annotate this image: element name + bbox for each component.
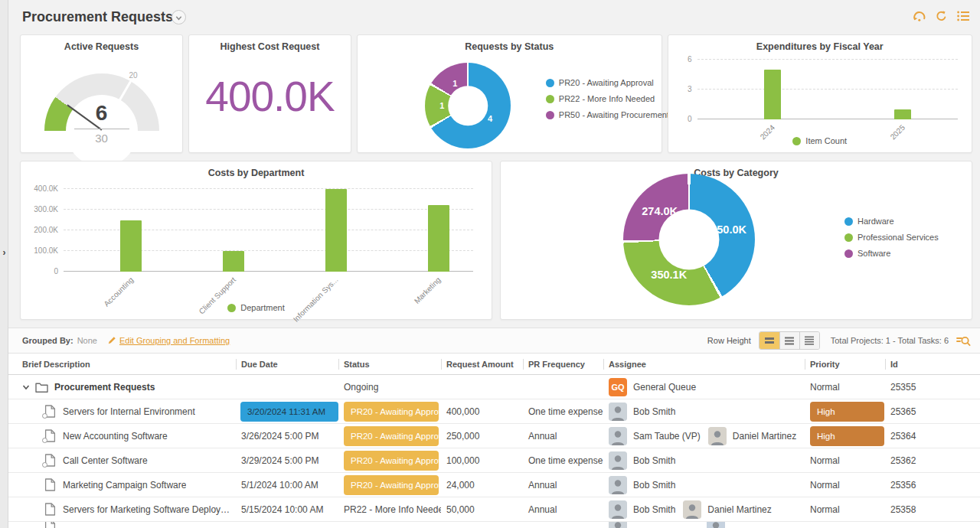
row-height-medium-button[interactable] [779, 332, 799, 349]
list-menu-icon[interactable] [957, 11, 969, 21]
task-name[interactable]: Servers for Internal Environment [63, 406, 195, 417]
search-list-icon[interactable] [956, 335, 971, 347]
column-header-assignee[interactable]: Assignee [603, 354, 805, 374]
cell-amount: 24,000 [441, 473, 523, 497]
cell-status: Ongoing [338, 375, 441, 399]
column-header-id[interactable]: Id [885, 354, 980, 374]
cell-due: 3/29/2024 5:00 PM [236, 448, 338, 472]
cell-due [236, 375, 338, 399]
avatar-photo [609, 451, 627, 470]
card-costs-by-department: Costs by Department 0100.0K200.0K300.0K4… [20, 161, 492, 320]
legend-label: Hardware [858, 217, 894, 226]
cell-assignee: Bob Smith [603, 473, 805, 497]
legend-label: PR20 - Awaiting Approval [559, 78, 654, 87]
refresh-icon[interactable] [936, 10, 947, 22]
cell-due [236, 522, 338, 528]
chart-legend: Item Count [668, 136, 972, 145]
column-header-priority[interactable]: Priority [805, 354, 885, 374]
legend-item: PR20 - Awaiting Approval [546, 78, 669, 87]
cell-assignee: GQGeneral Queue [603, 375, 805, 399]
cell-due: 5/1/2024 10:00 AM [236, 473, 338, 497]
column-header-brief-description[interactable]: Brief Description [8, 354, 236, 374]
donut-chart: 450.0K350.1K274.0K [623, 174, 755, 305]
column-header-due-date[interactable]: Due Date [236, 354, 338, 374]
assignee-name: Bob Smith [633, 504, 675, 515]
y-axis-tick: 3 [678, 85, 692, 93]
bar-chart: 03620242025 [697, 60, 959, 119]
history-icon[interactable] [913, 10, 926, 22]
group-row[interactable]: Procurement RequestsOngoingGQGeneral Que… [8, 375, 980, 399]
assignee-name: Bob Smith [633, 480, 675, 491]
legend-item: PR22 - More Info Needed [546, 94, 669, 103]
avatar-photo [708, 427, 727, 445]
column-header-status[interactable]: Status [338, 354, 441, 374]
bar-Accounting [120, 220, 142, 272]
page-title: Procurement Requests [22, 9, 173, 25]
cell-assignee [603, 522, 805, 528]
cell-freq: Annual [523, 497, 603, 521]
legend-dot [546, 111, 554, 119]
priority-badge: High [810, 426, 884, 446]
cell-amount: 100,000 [441, 448, 523, 472]
assignee-name: Daniel Martinez [733, 431, 796, 442]
bar-2025 [894, 109, 911, 119]
bar-Information Sys... [325, 189, 347, 272]
row-height-small-button[interactable] [799, 332, 819, 349]
priority-badge: High [810, 402, 884, 422]
task-document-icon [44, 522, 56, 528]
cell-brief: Marketing Campaign Software [8, 473, 236, 497]
cell-priority: Normal [805, 375, 885, 399]
y-axis-tick: 0 [25, 267, 58, 275]
task-name[interactable]: Servers for Marketing Software Deploymen… [63, 504, 236, 515]
assignee-name: Sam Taube (VP) [633, 431, 701, 442]
column-header-request-amount[interactable]: Request Amount [441, 354, 523, 374]
avatar-photo [609, 500, 627, 519]
table-row[interactable]: Call Center Software3/29/2024 5:00 PMPR2… [8, 448, 980, 473]
table-row[interactable]: Servers for Marketing Software Deploymen… [8, 497, 980, 522]
cell-brief: Call Center Software [8, 448, 236, 472]
group-name: Procurement Requests [54, 382, 155, 393]
cell-id: 25355 [885, 375, 980, 399]
y-axis-tick: 6 [678, 55, 692, 64]
donut-slice-label: 1 [452, 79, 457, 88]
cell-id: 25358 [885, 497, 980, 521]
legend-label: Software [858, 249, 890, 258]
table-row-partial[interactable] [8, 522, 980, 528]
sidebar-expand-handle[interactable]: › [0, 245, 8, 260]
legend-dot [844, 249, 853, 258]
row-height-label: Row Height [707, 336, 751, 345]
task-name[interactable]: New Accounting Software [63, 431, 168, 442]
cell-status [338, 522, 441, 528]
y-axis-tick: 300.0K [25, 205, 58, 213]
table-row[interactable]: Marketing Campaign Software5/1/2024 10:0… [8, 473, 980, 497]
cell-brief: Procurement Requests [8, 375, 236, 399]
edit-grouping-link[interactable]: Edit Grouping and Formatting [108, 336, 230, 346]
title-menu-button[interactable] [172, 10, 186, 24]
y-axis-tick: 0 [678, 115, 692, 123]
cell-assignee: Bob Smith [603, 448, 805, 472]
legend-label: PR22 - More Info Needed [559, 94, 655, 103]
cell-priority: Normal [805, 448, 885, 472]
assignee-name: General Queue [633, 382, 696, 393]
collapse-caret-icon[interactable] [22, 383, 30, 391]
legend-item: PR50 - Awaiting Procurement [546, 110, 669, 119]
chevron-down-icon [175, 11, 182, 24]
chart-legend: HardwareProfessional ServicesSoftware [844, 217, 939, 258]
legend-item: Professional Services [844, 233, 939, 242]
table-body: Procurement RequestsOngoingGQGeneral Que… [8, 375, 980, 528]
cell-amount: 50,000 [441, 497, 523, 521]
avatar-photo [609, 403, 627, 421]
cell-brief: Servers for Internal Environment [8, 399, 236, 423]
cell-freq [523, 375, 603, 399]
y-axis-tick: 400.0K [25, 184, 58, 193]
cell-status: PR20 - Awaiting Approval [338, 473, 441, 497]
task-name[interactable]: Call Center Software [63, 455, 148, 466]
column-header-pr-frequency[interactable]: PR Frequency [523, 354, 603, 374]
card-expenditures-by-fiscal-year: Expenditures by Fiscal Year 03620242025 … [668, 34, 973, 153]
task-document-icon [44, 405, 56, 418]
card-title: Active Requests [21, 41, 182, 52]
table-row[interactable]: Servers for Internal Environment3/20/202… [8, 399, 980, 424]
task-name[interactable]: Marketing Campaign Software [63, 480, 186, 491]
row-height-large-button[interactable] [760, 332, 779, 349]
table-row[interactable]: New Accounting Software3/26/2024 5:00 PM… [8, 424, 980, 448]
